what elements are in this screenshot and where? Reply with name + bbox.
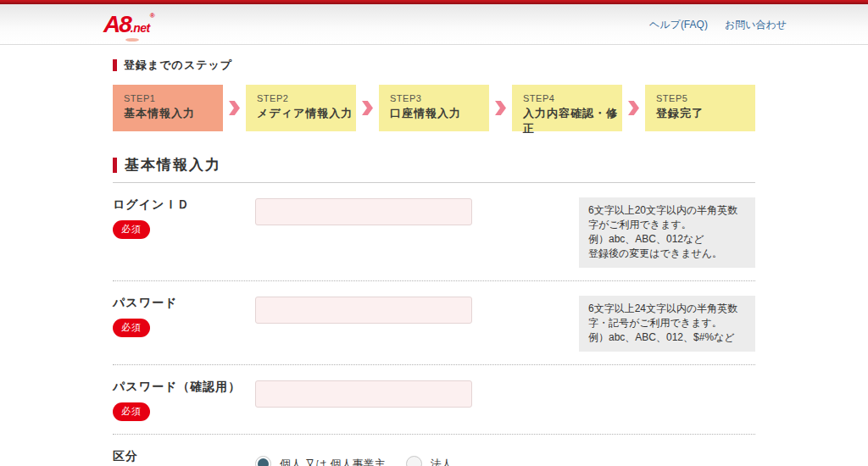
- step-label: 登録完了: [656, 106, 755, 121]
- radio-selected-icon[interactable]: [255, 456, 271, 466]
- required-badge: 必須: [113, 220, 150, 239]
- step-4-confirm: STEP4 入力内容確認・修正: [512, 85, 622, 131]
- red-tick-decoration: [113, 158, 117, 173]
- required-badge: 必須: [113, 319, 150, 337]
- radio-unselected-icon[interactable]: [406, 456, 422, 466]
- a8net-logo[interactable]: A8.net®: [103, 13, 155, 36]
- step-number: STEP5: [656, 93, 755, 103]
- step-2-media-info: STEP2 メディア情報入力: [246, 85, 356, 131]
- radio-option-label: 法人: [431, 457, 453, 466]
- step-arrow-icon: [223, 101, 246, 115]
- step-1-basic-info: STEP1 基本情報入力: [113, 85, 223, 131]
- steps-heading-label: 登録までのステップ: [124, 58, 232, 73]
- category-label: 区分: [113, 449, 255, 464]
- password-confirm-label: パスワード（確認用）: [113, 380, 255, 395]
- red-tick-decoration: [113, 59, 117, 71]
- step-label: メディア情報入力: [257, 106, 356, 121]
- form-section-title: 基本情報入力: [113, 155, 755, 183]
- form-title-label: 基本情報入力: [125, 155, 221, 175]
- login-id-label: ログインＩＤ: [113, 197, 255, 213]
- site-header: A8.net® ヘルプ(FAQ) お問い合わせ: [0, 4, 868, 45]
- logo-registered-mark: ®: [150, 12, 155, 19]
- step-3-bank-info: STEP3 口座情報入力: [379, 85, 489, 131]
- step-number: STEP2: [257, 93, 356, 103]
- form-row-login-id: ログインＩＤ 必須 6文字以上20文字以内の半角英数字がご利用できます。 例）a…: [113, 183, 755, 281]
- login-id-help-note: 6文字以上20文字以内の半角英数字がご利用できます。 例）abc、ABC、012…: [579, 197, 755, 268]
- steps-heading: 登録までのステップ: [113, 58, 755, 73]
- form-row-password: パスワード 必須 6文字以上24文字以内の半角英数字・記号がご利用できます。 例…: [113, 281, 755, 365]
- main-content: 登録までのステップ STEP1 基本情報入力 STEP2 メディア情報入力 ST…: [113, 45, 755, 466]
- step-5-complete: STEP5 登録完了: [645, 85, 755, 131]
- radio-option-corporate[interactable]: 法人: [406, 456, 453, 466]
- step-label: 入力内容確認・修正: [523, 106, 622, 136]
- password-help-note: 6文字以上24文字以内の半角英数字・記号がご利用できます。 例）abc、ABC、…: [579, 296, 755, 352]
- password-confirm-input[interactable]: [255, 380, 472, 408]
- category-radio-group: 個人 又は 個人事業主 法人: [255, 450, 579, 466]
- required-badge: 必須: [113, 402, 150, 421]
- step-number: STEP3: [390, 93, 489, 103]
- password-input[interactable]: [255, 297, 472, 324]
- header-links: ヘルプ(FAQ) お問い合わせ: [649, 18, 787, 32]
- form-row-category: 区分 必須 個人 又は 個人事業主 法人: [113, 435, 755, 466]
- logo-shine-decoration: [125, 38, 139, 42]
- login-id-input[interactable]: [255, 198, 472, 225]
- radio-option-label: 個人 又は 個人事業主: [280, 457, 386, 466]
- logo-text-a8: A8: [103, 11, 131, 37]
- step-number: STEP4: [523, 93, 622, 103]
- logo-text-net: .net: [131, 21, 150, 35]
- registration-step-flow: STEP1 基本情報入力 STEP2 メディア情報入力 STEP3 口座情報入力…: [113, 85, 755, 131]
- step-label: 口座情報入力: [390, 106, 489, 121]
- help-faq-link[interactable]: ヘルプ(FAQ): [649, 18, 708, 32]
- step-arrow-icon: [489, 101, 512, 115]
- contact-link[interactable]: お問い合わせ: [725, 18, 787, 32]
- step-label: 基本情報入力: [124, 106, 223, 121]
- step-number: STEP1: [124, 93, 223, 103]
- step-arrow-icon: [622, 101, 645, 115]
- step-arrow-icon: [356, 101, 379, 115]
- radio-option-individual[interactable]: 個人 又は 個人事業主: [255, 456, 386, 466]
- form-row-password-confirm: パスワード（確認用） 必須: [113, 365, 755, 435]
- password-label: パスワード: [113, 296, 255, 311]
